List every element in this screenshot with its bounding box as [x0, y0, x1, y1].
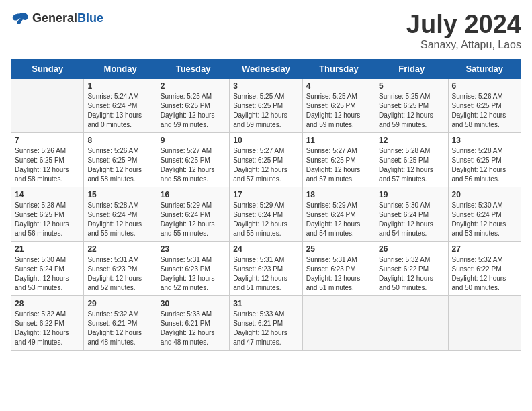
calendar-week-row: 7Sunrise: 5:26 AM Sunset: 6:25 PM Daylig…: [11, 132, 521, 187]
table-row: 5Sunrise: 5:25 AM Sunset: 6:25 PM Daylig…: [375, 78, 448, 132]
day-number: 17: [233, 190, 298, 199]
day-info: Sunrise: 5:24 AM Sunset: 6:24 PM Dayligh…: [87, 92, 152, 130]
day-number: 22: [87, 244, 152, 254]
day-info: Sunrise: 5:30 AM Sunset: 6:24 PM Dayligh…: [452, 201, 517, 238]
day-info: Sunrise: 5:31 AM Sunset: 6:23 PM Dayligh…: [233, 255, 298, 293]
logo-text: GeneralBlue: [32, 11, 103, 26]
table-row: 28Sunrise: 5:32 AM Sunset: 6:22 PM Dayli…: [11, 295, 84, 350]
day-number: 26: [379, 244, 444, 254]
day-info: Sunrise: 5:32 AM Sunset: 6:21 PM Dayligh…: [87, 310, 152, 347]
day-info: Sunrise: 5:31 AM Sunset: 6:23 PM Dayligh…: [161, 255, 226, 293]
calendar-week-row: 21Sunrise: 5:30 AM Sunset: 6:24 PM Dayli…: [11, 241, 521, 295]
table-row: [375, 295, 448, 350]
day-number: 16: [161, 190, 226, 199]
day-info: Sunrise: 5:26 AM Sunset: 6:25 PM Dayligh…: [87, 146, 152, 184]
day-info: Sunrise: 5:28 AM Sunset: 6:25 PM Dayligh…: [15, 201, 80, 238]
table-row: 4Sunrise: 5:25 AM Sunset: 6:25 PM Daylig…: [302, 78, 375, 132]
calendar-week-row: 1Sunrise: 5:24 AM Sunset: 6:24 PM Daylig…: [11, 78, 521, 132]
table-row: 9Sunrise: 5:27 AM Sunset: 6:25 PM Daylig…: [157, 132, 229, 187]
day-number: 13: [452, 136, 517, 145]
page-header: GeneralBlue July 2024 Sanaxy, Attapu, La…: [11, 11, 521, 51]
day-number: 3: [233, 81, 298, 91]
table-row: 10Sunrise: 5:27 AM Sunset: 6:25 PM Dayli…: [230, 132, 302, 187]
day-info: Sunrise: 5:28 AM Sunset: 6:24 PM Dayligh…: [87, 201, 152, 238]
table-row: 25Sunrise: 5:31 AM Sunset: 6:23 PM Dayli…: [302, 241, 375, 295]
table-row: 13Sunrise: 5:28 AM Sunset: 6:25 PM Dayli…: [448, 132, 521, 187]
table-row: [11, 78, 84, 132]
day-number: 27: [452, 244, 517, 254]
table-row: 1Sunrise: 5:24 AM Sunset: 6:24 PM Daylig…: [84, 78, 157, 132]
table-row: 26Sunrise: 5:32 AM Sunset: 6:22 PM Dayli…: [375, 241, 448, 295]
day-info: Sunrise: 5:32 AM Sunset: 6:22 PM Dayligh…: [15, 310, 80, 347]
table-row: 17Sunrise: 5:29 AM Sunset: 6:24 PM Dayli…: [230, 187, 302, 241]
day-number: 11: [306, 136, 371, 145]
day-number: 14: [15, 190, 80, 199]
day-number: 10: [233, 136, 298, 145]
table-row: 2Sunrise: 5:25 AM Sunset: 6:25 PM Daylig…: [157, 78, 229, 132]
day-info: Sunrise: 5:25 AM Sunset: 6:25 PM Dayligh…: [379, 92, 444, 130]
table-row: 8Sunrise: 5:26 AM Sunset: 6:25 PM Daylig…: [84, 132, 157, 187]
day-number: 20: [452, 190, 517, 199]
calendar-week-row: 14Sunrise: 5:28 AM Sunset: 6:25 PM Dayli…: [11, 187, 521, 241]
logo: GeneralBlue: [11, 11, 103, 26]
table-row: 20Sunrise: 5:30 AM Sunset: 6:24 PM Dayli…: [448, 187, 521, 241]
day-info: Sunrise: 5:26 AM Sunset: 6:25 PM Dayligh…: [15, 146, 80, 184]
calendar-location: Sanaxy, Attapu, Laos: [406, 39, 521, 51]
day-number: 2: [161, 81, 226, 91]
day-number: 30: [161, 299, 226, 308]
day-info: Sunrise: 5:33 AM Sunset: 6:21 PM Dayligh…: [233, 310, 298, 347]
day-info: Sunrise: 5:29 AM Sunset: 6:24 PM Dayligh…: [306, 201, 371, 238]
table-row: 14Sunrise: 5:28 AM Sunset: 6:25 PM Dayli…: [11, 187, 84, 241]
header-thursday: Thursday: [302, 59, 375, 78]
day-number: 6: [452, 81, 517, 91]
day-number: 24: [233, 244, 298, 254]
header-tuesday: Tuesday: [157, 59, 229, 78]
day-info: Sunrise: 5:29 AM Sunset: 6:24 PM Dayligh…: [233, 201, 298, 238]
table-row: 22Sunrise: 5:31 AM Sunset: 6:23 PM Dayli…: [84, 241, 157, 295]
table-row: 27Sunrise: 5:32 AM Sunset: 6:22 PM Dayli…: [448, 241, 521, 295]
table-row: [302, 295, 375, 350]
day-info: Sunrise: 5:31 AM Sunset: 6:23 PM Dayligh…: [87, 255, 152, 293]
day-info: Sunrise: 5:25 AM Sunset: 6:25 PM Dayligh…: [161, 92, 226, 130]
logo-general: General: [32, 11, 77, 25]
table-row: 24Sunrise: 5:31 AM Sunset: 6:23 PM Dayli…: [230, 241, 302, 295]
table-row: 6Sunrise: 5:26 AM Sunset: 6:25 PM Daylig…: [448, 78, 521, 132]
table-row: 29Sunrise: 5:32 AM Sunset: 6:21 PM Dayli…: [84, 295, 157, 350]
header-wednesday: Wednesday: [230, 59, 302, 78]
day-info: Sunrise: 5:32 AM Sunset: 6:22 PM Dayligh…: [379, 255, 444, 293]
day-info: Sunrise: 5:25 AM Sunset: 6:25 PM Dayligh…: [233, 92, 298, 130]
table-row: 31Sunrise: 5:33 AM Sunset: 6:21 PM Dayli…: [230, 295, 302, 350]
header-sunday: Sunday: [11, 59, 84, 78]
day-info: Sunrise: 5:28 AM Sunset: 6:25 PM Dayligh…: [452, 146, 517, 184]
table-row: [448, 295, 521, 350]
day-number: 9: [161, 136, 226, 145]
day-info: Sunrise: 5:33 AM Sunset: 6:21 PM Dayligh…: [161, 310, 226, 347]
table-row: 12Sunrise: 5:28 AM Sunset: 6:25 PM Dayli…: [375, 132, 448, 187]
table-row: 15Sunrise: 5:28 AM Sunset: 6:24 PM Dayli…: [84, 187, 157, 241]
day-number: 19: [379, 190, 444, 199]
calendar-week-row: 28Sunrise: 5:32 AM Sunset: 6:22 PM Dayli…: [11, 295, 521, 350]
table-row: 3Sunrise: 5:25 AM Sunset: 6:25 PM Daylig…: [230, 78, 302, 132]
day-info: Sunrise: 5:30 AM Sunset: 6:24 PM Dayligh…: [15, 255, 80, 293]
day-info: Sunrise: 5:31 AM Sunset: 6:23 PM Dayligh…: [306, 255, 371, 293]
day-number: 18: [306, 190, 371, 199]
calendar-title: July 2024: [406, 11, 521, 39]
table-row: 7Sunrise: 5:26 AM Sunset: 6:25 PM Daylig…: [11, 132, 84, 187]
day-number: 25: [306, 244, 371, 254]
table-row: 16Sunrise: 5:29 AM Sunset: 6:24 PM Dayli…: [157, 187, 229, 241]
day-info: Sunrise: 5:27 AM Sunset: 6:25 PM Dayligh…: [306, 146, 371, 184]
day-number: 29: [87, 299, 152, 308]
day-info: Sunrise: 5:32 AM Sunset: 6:22 PM Dayligh…: [452, 255, 517, 293]
day-info: Sunrise: 5:25 AM Sunset: 6:25 PM Dayligh…: [306, 92, 371, 130]
day-number: 7: [15, 136, 80, 145]
weekday-header-row: Sunday Monday Tuesday Wednesday Thursday…: [11, 59, 521, 78]
day-number: 15: [87, 190, 152, 199]
day-number: 23: [161, 244, 226, 254]
header-monday: Monday: [84, 59, 157, 78]
day-number: 31: [233, 299, 298, 308]
day-number: 8: [87, 136, 152, 145]
table-row: 11Sunrise: 5:27 AM Sunset: 6:25 PM Dayli…: [302, 132, 375, 187]
day-info: Sunrise: 5:27 AM Sunset: 6:25 PM Dayligh…: [233, 146, 298, 184]
day-info: Sunrise: 5:26 AM Sunset: 6:25 PM Dayligh…: [452, 92, 517, 130]
day-info: Sunrise: 5:29 AM Sunset: 6:24 PM Dayligh…: [161, 201, 226, 238]
